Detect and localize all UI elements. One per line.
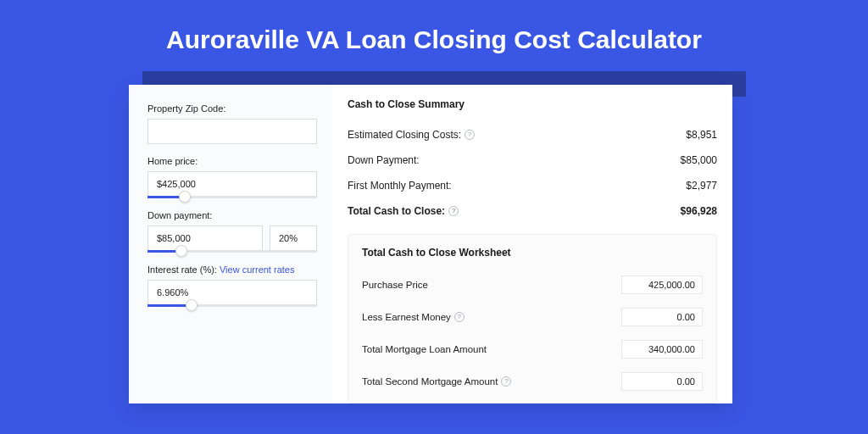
interest-rate-slider[interactable]	[147, 304, 317, 307]
worksheet-row-label: Total Second Mortgage Amount	[362, 376, 498, 387]
summary-total-label: Total Cash to Close:	[348, 205, 445, 217]
page-title: Auroraville VA Loan Closing Cost Calcula…	[0, 0, 868, 70]
help-icon[interactable]: ?	[501, 376, 511, 387]
summary-row-value: $85,000	[681, 154, 717, 166]
worksheet-row-label: Less Earnest Money	[362, 312, 451, 322]
help-icon[interactable]: ?	[465, 130, 475, 140]
interest-rate-label-text: Interest rate (%):	[147, 264, 217, 275]
worksheet-row: Less Earnest Money?	[362, 301, 703, 333]
summary-row: Down Payment:$85,000	[348, 147, 717, 173]
summary-total-row: Total Cash to Close: ? $96,928	[348, 198, 717, 224]
home-price-field: Home price:	[147, 156, 317, 198]
worksheet-row-input[interactable]	[621, 372, 703, 391]
home-price-input[interactable]	[147, 171, 317, 197]
results-panel: Cash to Close Summary Estimated Closing …	[332, 85, 732, 403]
home-price-label: Home price:	[147, 156, 317, 166]
down-payment-input[interactable]	[147, 225, 263, 251]
help-icon[interactable]: ?	[448, 206, 459, 216]
zip-input[interactable]	[147, 119, 317, 144]
zip-label: Property Zip Code:	[147, 103, 317, 114]
worksheet-row: Purchase Price	[362, 269, 703, 301]
worksheet-row-label: Purchase Price	[362, 280, 428, 290]
worksheet-row-input[interactable]	[621, 308, 703, 326]
view-rates-link[interactable]: View current rates	[220, 264, 294, 275]
down-payment-percent-input[interactable]	[270, 225, 317, 251]
home-price-slider[interactable]	[147, 196, 317, 198]
summary-row-label: Down Payment:	[348, 154, 420, 166]
summary-rows: Estimated Closing Costs:?$8,951Down Paym…	[348, 122, 717, 198]
down-payment-slider-thumb[interactable]	[175, 245, 187, 257]
worksheet-row: Total Mortgage Loan Amount	[362, 333, 703, 365]
summary-row-value: $2,977	[686, 180, 717, 192]
summary-total-value: $96,928	[681, 205, 717, 217]
interest-rate-slider-thumb[interactable]	[186, 299, 198, 311]
worksheet-row: Total Second Mortgage Amount?	[362, 365, 703, 398]
summary-row-value: $8,951	[686, 129, 717, 141]
interest-rate-field: Interest rate (%): View current rates	[147, 264, 317, 307]
interest-rate-label: Interest rate (%): View current rates	[147, 264, 317, 275]
worksheet-title: Total Cash to Close Worksheet	[362, 247, 703, 259]
zip-field: Property Zip Code:	[147, 103, 317, 144]
interest-rate-input[interactable]	[147, 280, 317, 305]
down-payment-label: Down payment:	[147, 210, 317, 220]
help-icon[interactable]: ?	[454, 312, 465, 322]
worksheet-card: Total Cash to Close Worksheet Purchase P…	[348, 234, 717, 403]
down-payment-slider[interactable]	[147, 250, 317, 253]
summary-title: Cash to Close Summary	[348, 98, 717, 110]
worksheet-row-input[interactable]	[621, 275, 703, 294]
calculator-card: Property Zip Code: Home price: Down paym…	[129, 85, 732, 403]
worksheet-row-label: Total Mortgage Loan Amount	[362, 344, 487, 354]
summary-row: Estimated Closing Costs:?$8,951	[348, 122, 717, 147]
worksheet-row-input[interactable]	[621, 340, 703, 359]
down-payment-field: Down payment:	[147, 210, 317, 253]
home-price-slider-thumb[interactable]	[179, 191, 191, 203]
inputs-panel: Property Zip Code: Home price: Down paym…	[129, 85, 332, 403]
summary-row-label: Estimated Closing Costs:	[348, 129, 461, 141]
summary-row-label: First Monthly Payment:	[348, 180, 452, 192]
summary-row: First Monthly Payment:$2,977	[348, 173, 717, 198]
worksheet-rows: Purchase PriceLess Earnest Money?Total M…	[362, 269, 703, 398]
